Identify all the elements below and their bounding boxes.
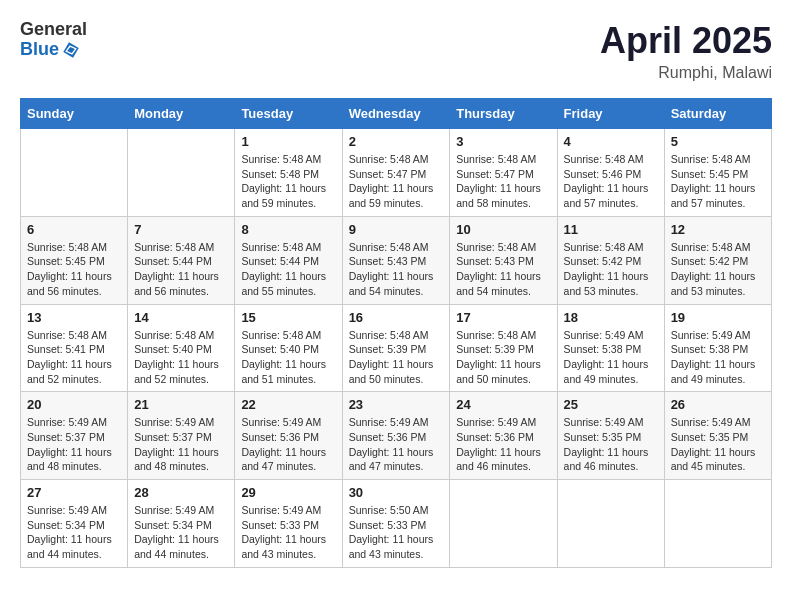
calendar-cell — [21, 129, 128, 217]
day-number: 24 — [456, 397, 550, 412]
day-number: 5 — [671, 134, 765, 149]
day-number: 2 — [349, 134, 444, 149]
day-number: 15 — [241, 310, 335, 325]
day-info: Sunrise: 5:48 AMSunset: 5:41 PMDaylight:… — [27, 328, 121, 387]
calendar-cell: 16Sunrise: 5:48 AMSunset: 5:39 PMDayligh… — [342, 304, 450, 392]
calendar-cell — [128, 129, 235, 217]
logo-icon — [61, 40, 81, 60]
day-number: 17 — [456, 310, 550, 325]
calendar-week-row: 13Sunrise: 5:48 AMSunset: 5:41 PMDayligh… — [21, 304, 772, 392]
day-info: Sunrise: 5:48 AMSunset: 5:40 PMDaylight:… — [134, 328, 228, 387]
calendar-cell — [450, 480, 557, 568]
calendar-table: SundayMondayTuesdayWednesdayThursdayFrid… — [20, 98, 772, 568]
calendar-cell: 24Sunrise: 5:49 AMSunset: 5:36 PMDayligh… — [450, 392, 557, 480]
day-info: Sunrise: 5:48 AMSunset: 5:44 PMDaylight:… — [241, 240, 335, 299]
logo-general: General — [20, 20, 87, 40]
calendar-week-row: 20Sunrise: 5:49 AMSunset: 5:37 PMDayligh… — [21, 392, 772, 480]
day-number: 18 — [564, 310, 658, 325]
calendar-cell: 14Sunrise: 5:48 AMSunset: 5:40 PMDayligh… — [128, 304, 235, 392]
calendar-cell — [664, 480, 771, 568]
day-info: Sunrise: 5:49 AMSunset: 5:36 PMDaylight:… — [456, 415, 550, 474]
day-info: Sunrise: 5:48 AMSunset: 5:44 PMDaylight:… — [134, 240, 228, 299]
calendar-cell — [557, 480, 664, 568]
day-number: 29 — [241, 485, 335, 500]
calendar-cell: 18Sunrise: 5:49 AMSunset: 5:38 PMDayligh… — [557, 304, 664, 392]
day-number: 19 — [671, 310, 765, 325]
column-header-tuesday: Tuesday — [235, 99, 342, 129]
day-number: 3 — [456, 134, 550, 149]
day-info: Sunrise: 5:48 AMSunset: 5:43 PMDaylight:… — [456, 240, 550, 299]
day-info: Sunrise: 5:48 AMSunset: 5:40 PMDaylight:… — [241, 328, 335, 387]
day-number: 14 — [134, 310, 228, 325]
day-info: Sunrise: 5:49 AMSunset: 5:35 PMDaylight:… — [671, 415, 765, 474]
day-number: 30 — [349, 485, 444, 500]
calendar-week-row: 27Sunrise: 5:49 AMSunset: 5:34 PMDayligh… — [21, 480, 772, 568]
day-info: Sunrise: 5:50 AMSunset: 5:33 PMDaylight:… — [349, 503, 444, 562]
day-number: 22 — [241, 397, 335, 412]
day-info: Sunrise: 5:49 AMSunset: 5:36 PMDaylight:… — [349, 415, 444, 474]
calendar-header-row: SundayMondayTuesdayWednesdayThursdayFrid… — [21, 99, 772, 129]
calendar-cell: 2Sunrise: 5:48 AMSunset: 5:47 PMDaylight… — [342, 129, 450, 217]
calendar-cell: 13Sunrise: 5:48 AMSunset: 5:41 PMDayligh… — [21, 304, 128, 392]
day-number: 9 — [349, 222, 444, 237]
calendar-location: Rumphi, Malawi — [600, 64, 772, 82]
day-number: 21 — [134, 397, 228, 412]
calendar-cell: 22Sunrise: 5:49 AMSunset: 5:36 PMDayligh… — [235, 392, 342, 480]
day-info: Sunrise: 5:48 AMSunset: 5:47 PMDaylight:… — [349, 152, 444, 211]
calendar-cell: 6Sunrise: 5:48 AMSunset: 5:45 PMDaylight… — [21, 216, 128, 304]
day-number: 23 — [349, 397, 444, 412]
calendar-cell: 8Sunrise: 5:48 AMSunset: 5:44 PMDaylight… — [235, 216, 342, 304]
calendar-cell: 9Sunrise: 5:48 AMSunset: 5:43 PMDaylight… — [342, 216, 450, 304]
day-info: Sunrise: 5:49 AMSunset: 5:36 PMDaylight:… — [241, 415, 335, 474]
day-number: 13 — [27, 310, 121, 325]
day-info: Sunrise: 5:49 AMSunset: 5:33 PMDaylight:… — [241, 503, 335, 562]
calendar-cell: 1Sunrise: 5:48 AMSunset: 5:48 PMDaylight… — [235, 129, 342, 217]
title-block: April 2025 Rumphi, Malawi — [600, 20, 772, 82]
column-header-sunday: Sunday — [21, 99, 128, 129]
calendar-cell: 21Sunrise: 5:49 AMSunset: 5:37 PMDayligh… — [128, 392, 235, 480]
day-info: Sunrise: 5:49 AMSunset: 5:34 PMDaylight:… — [27, 503, 121, 562]
day-number: 4 — [564, 134, 658, 149]
day-number: 20 — [27, 397, 121, 412]
day-info: Sunrise: 5:48 AMSunset: 5:48 PMDaylight:… — [241, 152, 335, 211]
day-info: Sunrise: 5:49 AMSunset: 5:38 PMDaylight:… — [671, 328, 765, 387]
calendar-cell: 7Sunrise: 5:48 AMSunset: 5:44 PMDaylight… — [128, 216, 235, 304]
column-header-wednesday: Wednesday — [342, 99, 450, 129]
day-number: 8 — [241, 222, 335, 237]
day-info: Sunrise: 5:48 AMSunset: 5:42 PMDaylight:… — [671, 240, 765, 299]
day-info: Sunrise: 5:48 AMSunset: 5:43 PMDaylight:… — [349, 240, 444, 299]
calendar-cell: 25Sunrise: 5:49 AMSunset: 5:35 PMDayligh… — [557, 392, 664, 480]
day-number: 10 — [456, 222, 550, 237]
day-number: 6 — [27, 222, 121, 237]
calendar-cell: 26Sunrise: 5:49 AMSunset: 5:35 PMDayligh… — [664, 392, 771, 480]
calendar-cell: 15Sunrise: 5:48 AMSunset: 5:40 PMDayligh… — [235, 304, 342, 392]
calendar-cell: 27Sunrise: 5:49 AMSunset: 5:34 PMDayligh… — [21, 480, 128, 568]
column-header-thursday: Thursday — [450, 99, 557, 129]
day-number: 27 — [27, 485, 121, 500]
calendar-cell: 17Sunrise: 5:48 AMSunset: 5:39 PMDayligh… — [450, 304, 557, 392]
day-info: Sunrise: 5:48 AMSunset: 5:39 PMDaylight:… — [456, 328, 550, 387]
day-number: 7 — [134, 222, 228, 237]
day-info: Sunrise: 5:49 AMSunset: 5:38 PMDaylight:… — [564, 328, 658, 387]
calendar-cell: 23Sunrise: 5:49 AMSunset: 5:36 PMDayligh… — [342, 392, 450, 480]
day-info: Sunrise: 5:48 AMSunset: 5:42 PMDaylight:… — [564, 240, 658, 299]
day-number: 1 — [241, 134, 335, 149]
calendar-week-row: 6Sunrise: 5:48 AMSunset: 5:45 PMDaylight… — [21, 216, 772, 304]
logo: General Blue — [20, 20, 87, 60]
calendar-week-row: 1Sunrise: 5:48 AMSunset: 5:48 PMDaylight… — [21, 129, 772, 217]
calendar-cell: 19Sunrise: 5:49 AMSunset: 5:38 PMDayligh… — [664, 304, 771, 392]
column-header-friday: Friday — [557, 99, 664, 129]
day-info: Sunrise: 5:48 AMSunset: 5:45 PMDaylight:… — [671, 152, 765, 211]
logo-blue: Blue — [20, 40, 87, 60]
day-info: Sunrise: 5:49 AMSunset: 5:37 PMDaylight:… — [134, 415, 228, 474]
day-info: Sunrise: 5:49 AMSunset: 5:35 PMDaylight:… — [564, 415, 658, 474]
calendar-cell: 30Sunrise: 5:50 AMSunset: 5:33 PMDayligh… — [342, 480, 450, 568]
day-number: 26 — [671, 397, 765, 412]
calendar-cell: 20Sunrise: 5:49 AMSunset: 5:37 PMDayligh… — [21, 392, 128, 480]
day-number: 25 — [564, 397, 658, 412]
column-header-saturday: Saturday — [664, 99, 771, 129]
day-info: Sunrise: 5:49 AMSunset: 5:34 PMDaylight:… — [134, 503, 228, 562]
day-number: 11 — [564, 222, 658, 237]
calendar-cell: 29Sunrise: 5:49 AMSunset: 5:33 PMDayligh… — [235, 480, 342, 568]
day-info: Sunrise: 5:48 AMSunset: 5:45 PMDaylight:… — [27, 240, 121, 299]
